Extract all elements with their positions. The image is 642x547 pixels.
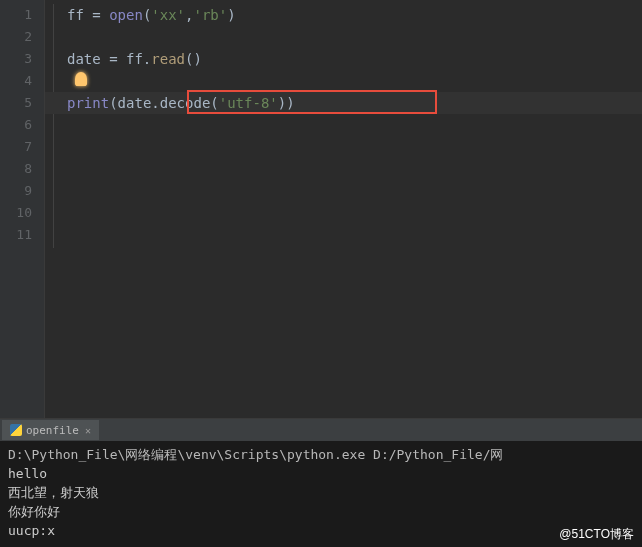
line-number: 4 (0, 70, 44, 92)
code-line-6[interactable] (45, 114, 642, 136)
terminal-panel: openfile ✕ D:\Python_File\网络编程\venv\Scri… (0, 418, 642, 547)
terminal-line: uucp:x (8, 521, 634, 540)
code-content[interactable]: ff = open('xx','rb') date = ff.read() pr… (45, 0, 642, 418)
line-number: 5 (0, 92, 44, 114)
code-line-9[interactable] (45, 180, 642, 202)
code-line-4[interactable] (45, 70, 642, 92)
lightbulb-icon[interactable] (75, 72, 87, 86)
terminal-line: 西北望，射天狼 (8, 483, 634, 502)
code-line-10[interactable] (45, 202, 642, 224)
line-number: 10 (0, 202, 44, 224)
code-line-11[interactable] (45, 224, 642, 246)
line-number: 7 (0, 136, 44, 158)
code-editor[interactable]: 1 2 3 4 5 6 7 8 9 10 11 ff = open('xx','… (0, 0, 642, 418)
line-number: 8 (0, 158, 44, 180)
code-line-2[interactable] (45, 26, 642, 48)
line-number: 6 (0, 114, 44, 136)
code-line-7[interactable] (45, 136, 642, 158)
terminal-line: D:\Python_File\网络编程\venv\Scripts\python.… (8, 445, 634, 464)
terminal-output[interactable]: D:\Python_File\网络编程\venv\Scripts\python.… (0, 441, 642, 544)
close-icon[interactable]: ✕ (85, 425, 91, 436)
line-number: 1 (0, 4, 44, 26)
line-gutter: 1 2 3 4 5 6 7 8 9 10 11 (0, 0, 45, 418)
code-line-3[interactable]: date = ff.read() (45, 48, 642, 70)
code-line-5[interactable]: print(date.decode('utf-8')) (45, 92, 642, 114)
python-icon (10, 424, 22, 436)
terminal-line: hello (8, 464, 634, 483)
code-line-8[interactable] (45, 158, 642, 180)
terminal-tabs: openfile ✕ (0, 419, 642, 441)
watermark: @51CTO博客 (559, 526, 634, 543)
code-line-1[interactable]: ff = open('xx','rb') (45, 4, 642, 26)
line-number: 2 (0, 26, 44, 48)
terminal-tab-openfile[interactable]: openfile ✕ (2, 420, 99, 440)
tab-label: openfile (26, 424, 79, 437)
line-number: 3 (0, 48, 44, 70)
line-number: 11 (0, 224, 44, 246)
line-number: 9 (0, 180, 44, 202)
terminal-line: 你好你好 (8, 502, 634, 521)
